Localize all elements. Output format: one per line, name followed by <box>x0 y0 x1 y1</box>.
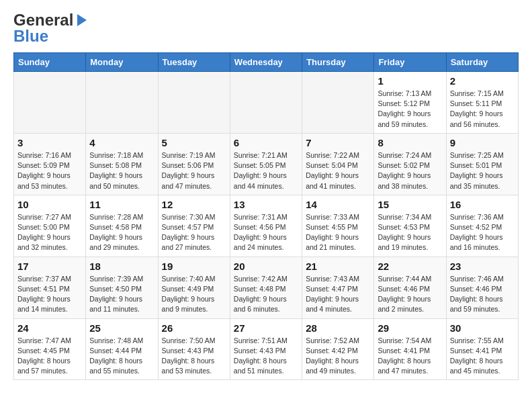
page: General Blue SundayMondayTuesdayWednesda… <box>0 0 532 391</box>
day-number: 1 <box>378 75 442 87</box>
weekday-header-friday: Friday <box>374 53 446 72</box>
day-info: Sunrise: 7:42 AM Sunset: 4:48 PM Dayligh… <box>234 274 298 315</box>
day-info: Sunrise: 7:40 AM Sunset: 4:49 PM Dayligh… <box>162 274 226 315</box>
calendar-cell: 16Sunrise: 7:36 AM Sunset: 4:52 PM Dayli… <box>446 195 518 257</box>
day-number: 28 <box>306 322 370 334</box>
logo-arrow-icon <box>77 14 87 26</box>
day-info: Sunrise: 7:19 AM Sunset: 5:06 PM Dayligh… <box>162 150 226 191</box>
header: General Blue <box>13 11 519 46</box>
day-info: Sunrise: 7:47 AM Sunset: 4:45 PM Dayligh… <box>17 336 82 377</box>
logo-blue: Blue <box>13 27 48 46</box>
day-info: Sunrise: 7:27 AM Sunset: 5:00 PM Dayligh… <box>17 212 82 253</box>
calendar-cell: 14Sunrise: 7:33 AM Sunset: 4:55 PM Dayli… <box>302 195 374 257</box>
calendar-cell: 4Sunrise: 7:18 AM Sunset: 5:08 PM Daylig… <box>86 133 158 195</box>
day-number: 4 <box>89 137 154 148</box>
calendar-cell: 23Sunrise: 7:46 AM Sunset: 4:46 PM Dayli… <box>446 257 518 318</box>
calendar-table: SundayMondayTuesdayWednesdayThursdayFrid… <box>13 52 519 380</box>
day-number: 8 <box>378 137 442 148</box>
day-info: Sunrise: 7:54 AM Sunset: 4:41 PM Dayligh… <box>378 336 442 377</box>
calendar-row-1: 3Sunrise: 7:16 AM Sunset: 5:09 PM Daylig… <box>14 133 519 195</box>
calendar-cell: 25Sunrise: 7:48 AM Sunset: 4:44 PM Dayli… <box>86 318 158 380</box>
day-number: 22 <box>378 261 442 272</box>
calendar-row-4: 24Sunrise: 7:47 AM Sunset: 4:45 PM Dayli… <box>14 318 519 380</box>
weekday-header-saturday: Saturday <box>446 53 518 72</box>
weekday-header-row: SundayMondayTuesdayWednesdayThursdayFrid… <box>14 53 519 72</box>
day-number: 21 <box>306 261 370 272</box>
calendar-cell: 19Sunrise: 7:40 AM Sunset: 4:49 PM Dayli… <box>158 257 230 318</box>
day-number: 18 <box>89 261 154 272</box>
calendar-cell: 21Sunrise: 7:43 AM Sunset: 4:47 PM Dayli… <box>302 257 374 318</box>
calendar-cell: 28Sunrise: 7:52 AM Sunset: 4:42 PM Dayli… <box>302 318 374 380</box>
calendar-cell: 3Sunrise: 7:16 AM Sunset: 5:09 PM Daylig… <box>14 133 86 195</box>
day-number: 26 <box>162 322 226 334</box>
calendar-cell: 7Sunrise: 7:22 AM Sunset: 5:04 PM Daylig… <box>302 133 374 195</box>
day-info: Sunrise: 7:31 AM Sunset: 4:56 PM Dayligh… <box>234 212 298 253</box>
calendar-cell: 11Sunrise: 7:28 AM Sunset: 4:58 PM Dayli… <box>86 195 158 257</box>
calendar-cell: 13Sunrise: 7:31 AM Sunset: 4:56 PM Dayli… <box>230 195 302 257</box>
day-number: 24 <box>17 322 82 334</box>
day-info: Sunrise: 7:15 AM Sunset: 5:11 PM Dayligh… <box>450 89 515 130</box>
calendar-cell <box>14 72 86 134</box>
calendar-cell: 29Sunrise: 7:54 AM Sunset: 4:41 PM Dayli… <box>374 318 446 380</box>
day-info: Sunrise: 7:50 AM Sunset: 4:43 PM Dayligh… <box>162 336 226 377</box>
day-number: 11 <box>89 199 154 210</box>
calendar-cell: 24Sunrise: 7:47 AM Sunset: 4:45 PM Dayli… <box>14 318 86 380</box>
day-number: 12 <box>162 199 226 210</box>
day-number: 15 <box>378 199 442 210</box>
weekday-header-monday: Monday <box>86 53 158 72</box>
calendar-cell: 2Sunrise: 7:15 AM Sunset: 5:11 PM Daylig… <box>446 72 518 134</box>
day-number: 3 <box>17 137 82 148</box>
day-info: Sunrise: 7:43 AM Sunset: 4:47 PM Dayligh… <box>306 274 370 315</box>
day-number: 6 <box>234 137 298 148</box>
day-info: Sunrise: 7:22 AM Sunset: 5:04 PM Dayligh… <box>306 150 370 191</box>
day-info: Sunrise: 7:46 AM Sunset: 4:46 PM Dayligh… <box>450 274 515 315</box>
calendar-cell: 26Sunrise: 7:50 AM Sunset: 4:43 PM Dayli… <box>158 318 230 380</box>
day-info: Sunrise: 7:34 AM Sunset: 4:53 PM Dayligh… <box>378 212 442 253</box>
day-info: Sunrise: 7:21 AM Sunset: 5:05 PM Dayligh… <box>234 150 298 191</box>
day-info: Sunrise: 7:55 AM Sunset: 4:41 PM Dayligh… <box>450 336 515 377</box>
day-info: Sunrise: 7:13 AM Sunset: 5:12 PM Dayligh… <box>378 89 442 130</box>
calendar-row-0: 1Sunrise: 7:13 AM Sunset: 5:12 PM Daylig… <box>14 72 519 134</box>
day-info: Sunrise: 7:16 AM Sunset: 5:09 PM Dayligh… <box>17 150 82 191</box>
day-info: Sunrise: 7:39 AM Sunset: 4:50 PM Dayligh… <box>89 274 154 315</box>
calendar-cell: 1Sunrise: 7:13 AM Sunset: 5:12 PM Daylig… <box>374 72 446 134</box>
day-number: 25 <box>89 322 154 334</box>
calendar-cell: 6Sunrise: 7:21 AM Sunset: 5:05 PM Daylig… <box>230 133 302 195</box>
calendar-cell: 10Sunrise: 7:27 AM Sunset: 5:00 PM Dayli… <box>14 195 86 257</box>
calendar-cell: 15Sunrise: 7:34 AM Sunset: 4:53 PM Dayli… <box>374 195 446 257</box>
day-number: 20 <box>234 261 298 272</box>
day-info: Sunrise: 7:36 AM Sunset: 4:52 PM Dayligh… <box>450 212 515 253</box>
weekday-header-thursday: Thursday <box>302 53 374 72</box>
day-info: Sunrise: 7:24 AM Sunset: 5:02 PM Dayligh… <box>378 150 442 191</box>
weekday-header-sunday: Sunday <box>14 53 86 72</box>
day-info: Sunrise: 7:37 AM Sunset: 4:51 PM Dayligh… <box>17 274 82 315</box>
day-number: 29 <box>378 322 442 334</box>
day-number: 17 <box>17 261 82 272</box>
weekday-header-tuesday: Tuesday <box>158 53 230 72</box>
day-info: Sunrise: 7:48 AM Sunset: 4:44 PM Dayligh… <box>89 336 154 377</box>
calendar-row-3: 17Sunrise: 7:37 AM Sunset: 4:51 PM Dayli… <box>14 257 519 318</box>
day-number: 13 <box>234 199 298 210</box>
calendar-cell <box>158 72 230 134</box>
calendar-row-2: 10Sunrise: 7:27 AM Sunset: 5:00 PM Dayli… <box>14 195 519 257</box>
calendar-cell <box>302 72 374 134</box>
day-number: 10 <box>17 199 82 210</box>
calendar-cell: 17Sunrise: 7:37 AM Sunset: 4:51 PM Dayli… <box>14 257 86 318</box>
day-number: 19 <box>162 261 226 272</box>
day-info: Sunrise: 7:52 AM Sunset: 4:42 PM Dayligh… <box>306 336 370 377</box>
weekday-header-wednesday: Wednesday <box>230 53 302 72</box>
calendar-cell: 18Sunrise: 7:39 AM Sunset: 4:50 PM Dayli… <box>86 257 158 318</box>
day-number: 16 <box>450 199 515 210</box>
day-number: 14 <box>306 199 370 210</box>
day-number: 5 <box>162 137 226 148</box>
day-info: Sunrise: 7:25 AM Sunset: 5:01 PM Dayligh… <box>450 150 515 191</box>
calendar-cell: 22Sunrise: 7:44 AM Sunset: 4:46 PM Dayli… <box>374 257 446 318</box>
calendar-cell: 5Sunrise: 7:19 AM Sunset: 5:06 PM Daylig… <box>158 133 230 195</box>
day-info: Sunrise: 7:33 AM Sunset: 4:55 PM Dayligh… <box>306 212 370 253</box>
day-info: Sunrise: 7:51 AM Sunset: 4:43 PM Dayligh… <box>234 336 298 377</box>
calendar-cell: 27Sunrise: 7:51 AM Sunset: 4:43 PM Dayli… <box>230 318 302 380</box>
logo: General Blue <box>13 11 87 46</box>
calendar-cell: 9Sunrise: 7:25 AM Sunset: 5:01 PM Daylig… <box>446 133 518 195</box>
calendar-cell: 20Sunrise: 7:42 AM Sunset: 4:48 PM Dayli… <box>230 257 302 318</box>
day-number: 30 <box>450 322 515 334</box>
